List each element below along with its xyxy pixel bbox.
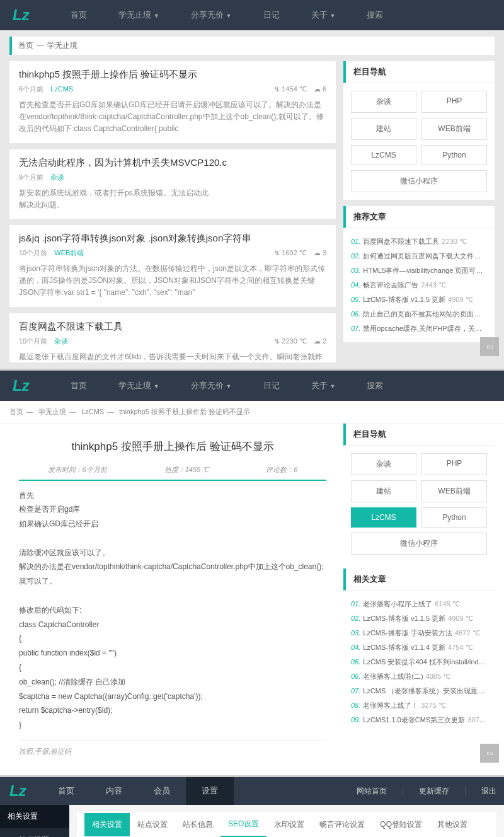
nav-search[interactable]: 搜索 bbox=[351, 9, 399, 21]
panel-article: Lz 首页 学无止境▼ 分享无价▼ 日记 关于▼ 搜索 首页— 学无止境— Lz… bbox=[0, 371, 504, 776]
rec-item[interactable]: 01.老张播客小程序上线了6145 ℃ bbox=[351, 597, 487, 611]
post-item[interactable]: thinkphp5 按照手册上操作后 验证码不显示 6个月前 LzCMS↯ 14… bbox=[9, 61, 336, 143]
settings-tabs: 相关设置站点设置站长信息SEO设置水印设置畅言评论设置QQ登陆设置其他设置 bbox=[77, 812, 496, 837]
rec-item[interactable]: 06.防止自己的页面不被其他网站的页面的ifr...2074 ℃ bbox=[351, 307, 487, 321]
panel-homepage: Lz 首页 学无止境▼ 分享无价▼ 日记 关于▼ 搜索 首页—学无止境 thin… bbox=[0, 0, 504, 369]
logo[interactable]: Lz bbox=[9, 782, 26, 800]
article-body: thinkphp5 按照手册上操作后 验证码不显示 发布时间：6个月前热度：14… bbox=[9, 424, 336, 766]
bc-cat: 学无止境 bbox=[47, 41, 77, 50]
nav-home[interactable]: 首页 bbox=[55, 9, 103, 21]
cat-btn[interactable]: PHP bbox=[421, 91, 487, 113]
post-item[interactable]: 百度网盘不限速下载工具 10个月前 杂谈↯ 2230 ℃ ☁ 2 最近老张下载百… bbox=[9, 313, 336, 362]
nav-learn[interactable]: 学无止境▼ bbox=[103, 9, 175, 21]
panel-tab[interactable]: 畅言评论设置 bbox=[312, 813, 372, 836]
mobile-icon[interactable]: ▭ bbox=[480, 744, 499, 763]
admin-tab-home[interactable]: 首页 bbox=[42, 777, 90, 805]
bc-home[interactable]: 首页 bbox=[18, 41, 33, 50]
top-nav: Lz 首页 学无止境▼ 分享无价▼ 日记 关于▼ 搜索 bbox=[0, 0, 504, 30]
panel-tab[interactable]: 相关设置 bbox=[84, 813, 130, 836]
nav-about[interactable]: 关于▼ bbox=[295, 9, 352, 21]
rec-item[interactable]: 02.LzCMS-博客版 v1.1.5 更新4909 ℃ bbox=[351, 611, 487, 626]
cat-btn[interactable]: 杂谈 bbox=[351, 91, 416, 113]
chevron-down-icon: ▼ bbox=[330, 13, 336, 19]
post-excerpt: 首先检查是否开启GD库如果确认GD库已经开启请开启缓冲区就应该可以了。解决的办法… bbox=[19, 99, 326, 136]
cat-btn[interactable]: Python bbox=[421, 145, 487, 165]
rec-item[interactable]: 04.畅言评论去除广告2443 ℃ bbox=[351, 278, 487, 292]
panel-admin: Lz 首页 内容 会员 设置 网站首页| 更新缓存| 退出 相关设置 ⚙站点设置… bbox=[0, 777, 504, 837]
rec-item[interactable]: 07.LzCMS （老张播客系统）安装出现重定向...3670 ℃ bbox=[351, 684, 487, 698]
panel-tab[interactable]: SEO设置 bbox=[220, 812, 266, 837]
article-content: 首先 检查是否开启gd库 如果确认GD库已经开启 清除缓冲区就应该可以了。 解决… bbox=[19, 481, 326, 741]
article-title: thinkphp5 按照手册上操作后 验证码不显示 bbox=[19, 433, 326, 460]
cat-btn[interactable]: 建站 bbox=[351, 118, 416, 140]
rec-item[interactable]: 09.LzCMS1.1.0老张CMS第三次更新3077 ℃ bbox=[351, 713, 487, 727]
panel-tab[interactable]: 水印设置 bbox=[266, 813, 312, 836]
panel-tab[interactable]: 其他设置 bbox=[430, 813, 475, 836]
nav-diary[interactable]: 日记 bbox=[248, 9, 295, 21]
rec-item[interactable]: 05.LzCMS 安装提示404 找不到install/index...4303… bbox=[351, 655, 487, 669]
rec-item[interactable]: 06.老张播客上线啦(二)4085 ℃ bbox=[351, 669, 487, 684]
panel-tab[interactable]: 站点设置 bbox=[130, 813, 175, 836]
panel-tab[interactable]: QQ登陆设置 bbox=[372, 813, 430, 836]
link-cache[interactable]: 更新缓存 bbox=[411, 786, 457, 797]
nav-share[interactable]: 分享无价▼ bbox=[175, 9, 248, 21]
chevron-down-icon: ▼ bbox=[226, 13, 232, 19]
sidebar-categories: 栏目导航 杂谈 PHP 建站 WEB前端 LzCMS Python 微信小程序 bbox=[343, 61, 495, 200]
post-item[interactable]: 无法启动此程序，因为计算机中丢失MSVCP120.c 9个月前 杂谈 新安装的系… bbox=[9, 149, 336, 219]
logo[interactable]: Lz bbox=[13, 6, 30, 24]
admin-tab-member[interactable]: 会员 bbox=[138, 777, 186, 805]
rec-item[interactable]: 03.HTML5事件—visibilitychange 页面可见...2136 … bbox=[351, 263, 487, 278]
post-title[interactable]: thinkphp5 按照手册上操作后 验证码不显示 bbox=[19, 69, 326, 81]
breadcrumb: 首页— 学无止境— LzCMS— thinkphp5 按照手册上操作后 验证码不… bbox=[9, 407, 495, 417]
breadcrumb: 首页—学无止境 bbox=[9, 37, 495, 55]
cat-btn[interactable]: LzCMS bbox=[351, 145, 416, 165]
sidebar-recommended: 推荐文章 01.百度网盘不限速下载工具2230 ℃02.如何通过网页版百度网盘下… bbox=[343, 206, 495, 342]
link-logout[interactable]: 退出 bbox=[474, 786, 504, 797]
rec-item[interactable]: 03.LzCMS-播客版 手动安装方法4672 ℃ bbox=[351, 626, 487, 640]
rec-item[interactable]: 02.如何通过网页版百度网盘下载大文件1530 ℃ bbox=[351, 249, 487, 263]
admin-tab-content[interactable]: 内容 bbox=[90, 777, 138, 805]
sidebar-item[interactable]: ⚙站点设置 bbox=[0, 828, 69, 837]
article-meta: 发布时间：6个月前热度：1455 ℃评论数：6 bbox=[19, 460, 326, 481]
admin-tab-settings[interactable]: 设置 bbox=[186, 777, 234, 805]
cat-btn[interactable]: WEB前端 bbox=[421, 118, 487, 140]
article-tags: 按照,手册,验证码 bbox=[19, 740, 326, 756]
top-nav: Lz 首页 学无止境▼ 分享无价▼ 日记 关于▼ 搜索 bbox=[0, 371, 504, 401]
post-list: thinkphp5 按照手册上操作后 验证码不显示 6个月前 LzCMS↯ 14… bbox=[9, 61, 336, 362]
admin-nav: Lz 首页 内容 会员 设置 网站首页| 更新缓存| 退出 bbox=[0, 777, 504, 805]
cat-btn[interactable]: 微信小程序 bbox=[351, 170, 487, 192]
chevron-down-icon: ▼ bbox=[154, 13, 159, 19]
rec-item[interactable]: 04.LzCMS-博客版 v1.1.4 更新4754 ℃ bbox=[351, 640, 487, 655]
rec-item[interactable]: 07.禁用opcache缓存,关闭PHP缓存，关闭框...3297 ℃ bbox=[351, 321, 487, 336]
sidebar-categories: 栏目导航 杂谈 PHP 建站 WEB前端 LzCMS Python 微信小程序 bbox=[343, 424, 495, 562]
mobile-icon[interactable]: ▭ bbox=[480, 337, 499, 356]
logo[interactable]: Lz bbox=[13, 377, 30, 395]
rec-item[interactable]: 08.老张博客上线了！3275 ℃ bbox=[351, 698, 487, 713]
admin-sidebar: 相关设置 ⚙站点设置👤站长信息▤SEO设置▦水印设置✓畅言评论设置◉QQ登陆设置… bbox=[0, 805, 69, 837]
rec-item[interactable]: 01.百度网盘不限速下载工具2230 ℃ bbox=[351, 234, 487, 249]
rec-item[interactable]: 05.LzCMS-博客版 v1.1.5 更新4909 ℃ bbox=[351, 292, 487, 307]
sidebar-related: 相关文章 01.老张播客小程序上线了6145 ℃02.LzCMS-博客版 v1.… bbox=[343, 569, 495, 734]
link-site[interactable]: 网站首页 bbox=[349, 786, 394, 797]
post-item[interactable]: js&jq .json字符串转换json对象 .json对象转换json字符串 … bbox=[9, 225, 336, 307]
panel-tab[interactable]: 站长信息 bbox=[175, 813, 220, 836]
